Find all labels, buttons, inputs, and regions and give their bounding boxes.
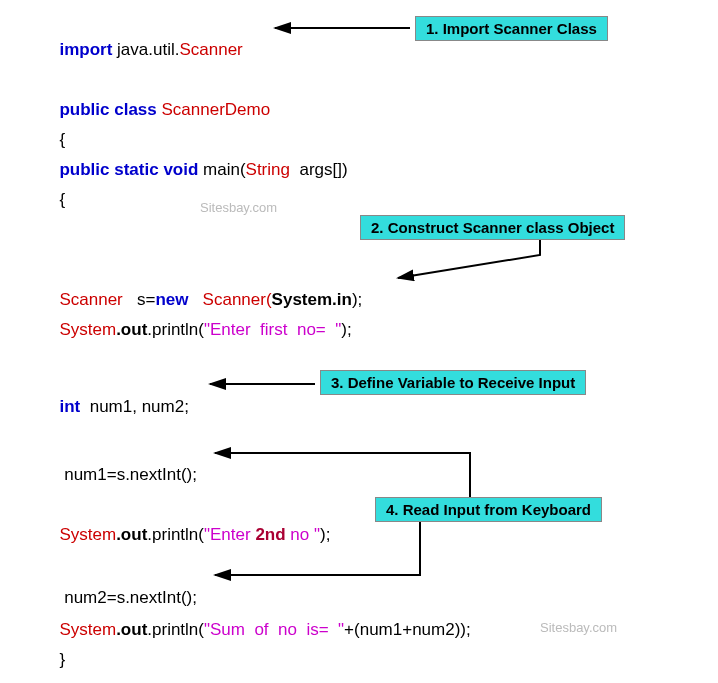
- code-line-println3: System.out.println("Sum of no is= "+(num…: [50, 600, 471, 641]
- println2: .println(: [147, 525, 204, 544]
- close-paren: );: [352, 290, 362, 309]
- callout-4: 4. Read Input from Keyboard: [375, 497, 602, 522]
- main-text: main(: [198, 160, 245, 179]
- out1: .out: [116, 320, 147, 339]
- kw-public2: public: [59, 160, 109, 179]
- callout-3: 3. Define Variable to Receive Input: [320, 370, 586, 395]
- code-line-println2: System.out.println("Enter 2nd no ");: [50, 505, 330, 546]
- brace-open-2: {: [50, 170, 65, 211]
- code-line-println1: System.out.println("Enter first no= ");: [50, 300, 352, 341]
- brace-close-2: }: [50, 660, 65, 683]
- system1: System: [59, 320, 116, 339]
- close1: );: [341, 320, 351, 339]
- code-line-main: public static void main(String args[]): [50, 140, 348, 181]
- args-text: args[]): [290, 160, 348, 179]
- str1: "Enter first no= ": [204, 320, 341, 339]
- arrow-4a: [215, 453, 470, 497]
- kw-static: static: [110, 160, 159, 179]
- kw-void: void: [159, 160, 199, 179]
- kw-class: class: [110, 100, 157, 119]
- system2: System: [59, 525, 116, 544]
- code-line-class-decl: public class ScannerDemo: [50, 80, 270, 121]
- kw-import: import: [59, 40, 112, 59]
- num1-text: num1=s.nextInt();: [59, 465, 196, 484]
- code-line-intdecl: int num1, num2;: [50, 377, 189, 418]
- str2c: no ": [286, 525, 320, 544]
- vars-text: num1, num2;: [80, 397, 189, 416]
- println3: .println(: [147, 620, 204, 639]
- code-line-import: import java.util.Scanner: [50, 20, 243, 61]
- brace-text2: {: [59, 190, 65, 209]
- str3: "Sum of no is= ": [204, 620, 344, 639]
- string-text: String: [246, 160, 290, 179]
- class-name: ScannerDemo: [157, 100, 270, 119]
- scanner-class-text: Scanner: [179, 40, 242, 59]
- str2b: 2nd: [255, 525, 285, 544]
- system3: System: [59, 620, 116, 639]
- println1: .println(: [147, 320, 204, 339]
- callout-1: 1. Import Scanner Class: [415, 16, 608, 41]
- close2: );: [320, 525, 330, 544]
- kw-public: public: [59, 100, 109, 119]
- arrow-2: [398, 240, 540, 278]
- watermark-1: Sitesbay.com: [200, 200, 277, 215]
- watermark-2: Sitesbay.com: [540, 620, 617, 635]
- out3: .out: [116, 620, 147, 639]
- out2: .out: [116, 525, 147, 544]
- plus-expr: +(num1+num2));: [344, 620, 471, 639]
- pkg-text: java.util.: [112, 40, 179, 59]
- code-line-num1: num1=s.nextInt();: [50, 445, 197, 486]
- callout-2: 2. Construct Scanner class Object: [360, 215, 625, 240]
- kw-int: int: [59, 397, 80, 416]
- str2a: "Enter: [204, 525, 255, 544]
